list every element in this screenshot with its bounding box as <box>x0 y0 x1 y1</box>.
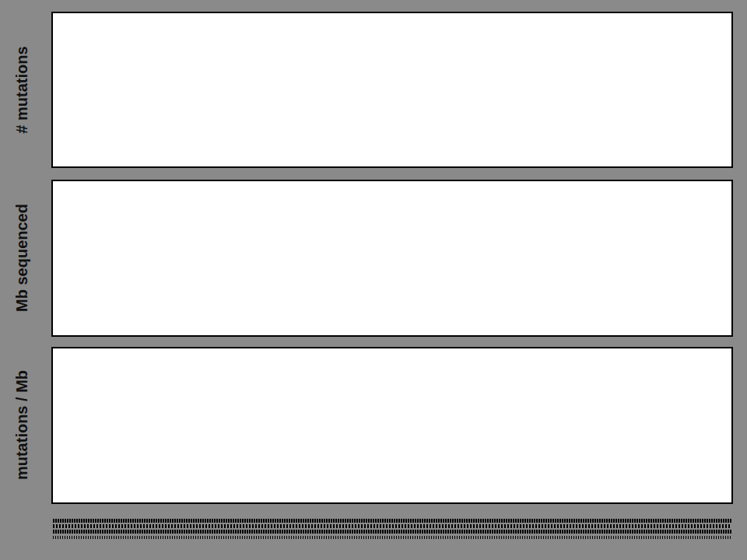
center-color-strip-top <box>53 0 731 11</box>
sample-label-row <box>53 536 731 539</box>
center-color-strip-gap2 <box>53 337 731 347</box>
sample-label-row <box>53 524 731 528</box>
sample-label-row <box>53 519 731 523</box>
center-color-strip-gap1 <box>53 168 731 180</box>
sample-label-row <box>53 530 731 534</box>
panel-mb-sequenced <box>51 180 733 337</box>
mutations-bar-chart <box>53 13 731 166</box>
figure: # mutations Mb sequenced mutations / Mb <box>0 0 747 560</box>
panel-mutations-per-mb <box>51 347 733 504</box>
sample-labels-strip <box>53 504 731 558</box>
mb-sequenced-bar-chart <box>53 181 731 334</box>
y-axis-label-mutations-per-mb: mutations / Mb <box>13 324 31 527</box>
panel-mutations <box>51 12 733 168</box>
mutations-per-mb-bar-chart <box>53 348 731 502</box>
